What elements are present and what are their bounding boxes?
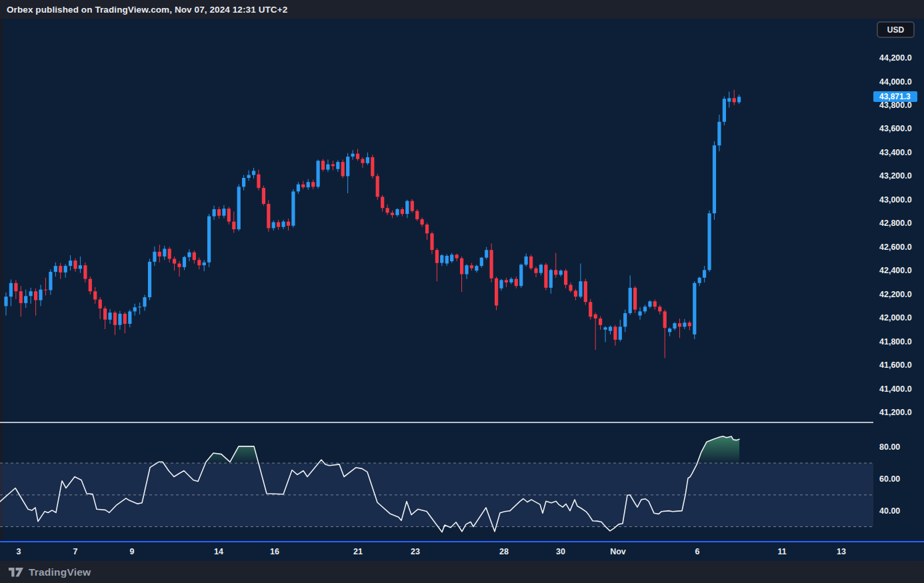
candle-body [525,257,528,265]
candle-body [450,255,453,261]
candle-body [59,266,62,273]
candle-body [421,219,424,225]
candle-body [321,161,325,169]
time-axis-label: 7 [73,547,78,556]
candle-body [103,308,107,320]
time-axis-label: 3 [17,547,21,556]
pane-separator-line[interactable] [0,422,924,423]
candle-body [197,260,201,265]
price-scale-axis[interactable]: USD 43,871.3 44,200.044,000.043,800.043,… [873,19,924,541]
candle-body [148,262,151,297]
candle-body [693,283,696,334]
candle-body [247,175,251,178]
price-axis-label: 43,800.0 [879,101,912,110]
candle-body [495,279,498,306]
candle-body [485,250,488,258]
candle-body [24,296,27,303]
candle-body [203,263,206,265]
candle-body [643,306,647,311]
candle-body [351,154,355,157]
candle-body [381,197,384,208]
tradingview-brand-text: TradingView [29,566,91,578]
tradingview-brand[interactable]: TradingView [9,566,91,578]
candle-body [633,288,637,310]
candle-body [331,165,335,167]
currency-button[interactable]: USD [877,21,915,38]
rsi-indicator-pane[interactable] [0,423,873,541]
candle-body [509,279,513,283]
time-axis-label: 16 [270,547,279,556]
candle-body [435,250,439,263]
candle-body [609,326,612,330]
candle-body [638,311,641,315]
candle-body [386,208,389,213]
candle-body [336,162,339,169]
candle-body [475,266,478,271]
candle-body [713,145,716,213]
time-axis-label: 11 [777,547,786,556]
rsi-axis-label: 40.00 [879,506,900,516]
rsi-axis-label: 80.00 [879,442,900,452]
candle-body [99,300,102,308]
candle-body [163,249,166,257]
candle-body [311,182,315,187]
candle-body [168,249,171,259]
footer-bar: TradingView [0,561,924,583]
candle-body [519,265,523,286]
tradingview-published-chart: Orbex published on TradingView.com, Nov … [0,0,924,583]
candle-body [49,272,52,291]
candlestick-series[interactable] [4,90,741,358]
candle-body [183,257,186,267]
time-axis-label: 14 [214,547,223,556]
candle-body [727,98,731,101]
candlestick-price-pane[interactable] [0,19,873,422]
candle-body [207,217,211,263]
candle-body [34,291,37,300]
price-axis-label: 44,200.0 [879,53,912,63]
candle-body [499,280,503,288]
candle-body [544,265,547,288]
candle-body [391,213,394,215]
candle-body [470,265,473,268]
candle-body [193,253,196,261]
publish-attribution-text: Orbex published on TradingView.com, Nov … [7,5,287,15]
candle-body [559,271,563,275]
candle-body [14,283,17,291]
candle-body [629,288,632,313]
candle-body [440,255,443,263]
candle-body [574,291,577,296]
candle-body [287,222,290,226]
price-axis-label: 43,200.0 [879,171,912,181]
candle-body [222,209,225,216]
time-axis-label: 13 [837,547,846,556]
price-axis-label: 41,400.0 [879,384,912,394]
time-axis-label: 21 [353,547,363,556]
candle-body [717,122,721,146]
candle-body [39,290,42,300]
candle-body [83,265,87,279]
candle-body [554,270,557,275]
time-scale-axis[interactable]: 379141621232830Nov61113 [0,542,924,561]
candle-body [93,291,97,299]
candle-body [549,270,553,288]
candle-body [346,157,349,176]
candle-body [733,98,736,102]
candle-body [341,162,345,176]
candle-body [272,223,275,229]
candle-body [455,255,459,258]
candle-body [79,265,82,269]
candle-body [366,157,369,163]
header-bar: Orbex published on TradingView.com, Nov … [0,0,924,19]
candle-body [584,281,587,302]
candle-body [128,311,131,324]
candle-body [153,252,156,262]
candle-body [277,223,280,227]
candle-body [668,328,671,332]
candle-body [54,266,57,272]
candle-body [237,187,241,229]
time-axis-label: Nov [610,547,626,556]
candle-body [465,265,468,274]
candle-body [29,291,33,296]
candle-body [515,279,518,287]
price-axis-label: 42,800.0 [879,219,912,228]
